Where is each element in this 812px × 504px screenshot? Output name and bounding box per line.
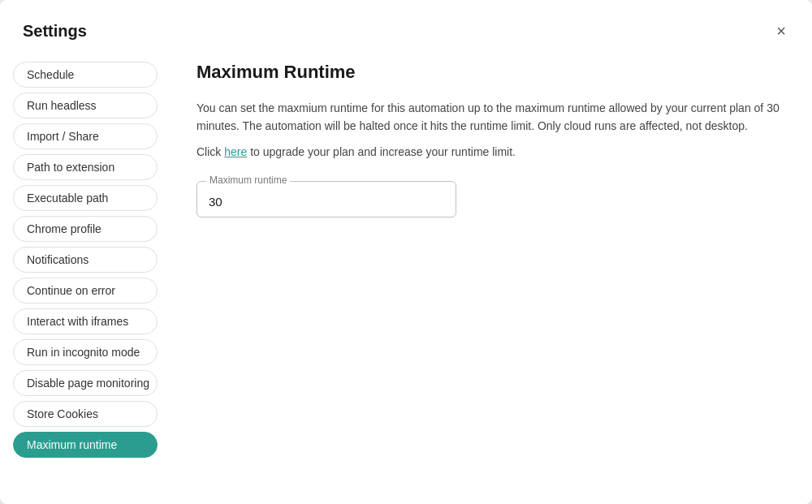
modal-title: Settings (23, 22, 87, 41)
sidebar-item-notifications[interactable]: Notifications (13, 247, 158, 273)
runtime-input-label: Maximum runtime (206, 174, 290, 186)
sidebar-item-schedule[interactable]: Schedule (13, 62, 158, 88)
upgrade-link[interactable]: here (224, 145, 247, 158)
content-description: You can set the maxmium runtime for this… (197, 99, 780, 136)
modal-body: ScheduleRun headlessImport / SharePath t… (0, 55, 812, 504)
modal-header: Settings × (0, 0, 812, 55)
sidebar-item-run-headless[interactable]: Run headless (13, 93, 158, 118)
upgrade-prefix: Click (197, 145, 224, 158)
sidebar-item-path-to-extension[interactable]: Path to extension (13, 154, 158, 180)
close-button[interactable]: × (773, 19, 789, 42)
sidebar-item-store-cookies[interactable]: Store Cookies (13, 401, 158, 427)
sidebar-item-executable-path[interactable]: Executable path (13, 185, 158, 211)
sidebar-item-maximum-runtime[interactable]: Maximum runtime (13, 432, 158, 458)
settings-modal: Settings × ScheduleRun headlessImport / … (0, 0, 812, 504)
sidebar-item-import-share[interactable]: Import / Share (13, 123, 158, 149)
sidebar: ScheduleRun headlessImport / SharePath t… (0, 55, 171, 485)
main-content: Maximum Runtime You can set the maxmium … (171, 55, 812, 485)
sidebar-item-interact-with-iframes[interactable]: Interact with iframes (13, 308, 158, 334)
upgrade-text: Click here to upgrade your plan and incr… (197, 145, 780, 158)
sidebar-item-continue-on-error[interactable]: Continue on error (13, 278, 158, 304)
runtime-input[interactable] (197, 181, 456, 218)
runtime-input-group: Maximum runtime (197, 181, 456, 218)
sidebar-item-chrome-profile[interactable]: Chrome profile (13, 216, 158, 242)
sidebar-item-run-in-incognito[interactable]: Run in incognito mode (13, 339, 158, 365)
content-title: Maximum Runtime (197, 62, 780, 83)
upgrade-suffix: to upgrade your plan and increase your r… (247, 145, 516, 158)
sidebar-item-disable-page-monitoring[interactable]: Disable page monitoring (13, 370, 158, 396)
